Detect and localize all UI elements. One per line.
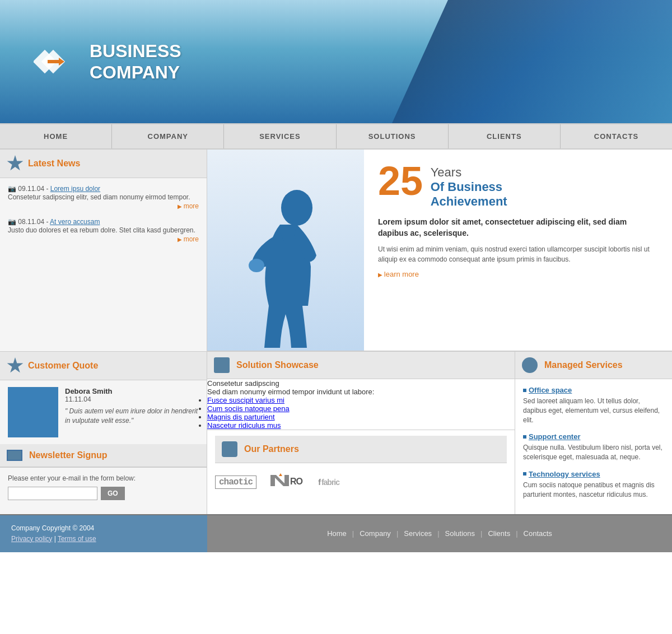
main-nav: HOME COMPANY SERVICES SOLUTIONS CLIENTS …: [0, 123, 672, 150]
footer-nav-contacts[interactable]: Contacts: [518, 529, 558, 538]
svg-text:RO: RO: [290, 477, 303, 486]
service-item-3: Technology services Cum sociis natoque p…: [523, 470, 664, 500]
terms-link[interactable]: Terms of use: [58, 535, 96, 543]
nav-solutions[interactable]: SOLUTIONS: [337, 124, 449, 148]
footer-left: Company Copyright © 2004 Privacy policy …: [0, 515, 207, 552]
nav-company[interactable]: COMPANY: [112, 124, 224, 148]
newsletter-section: Please enter your e-mail in the form bel…: [0, 467, 207, 507]
svg-point-3: [281, 190, 312, 226]
service-link-2[interactable]: Support center: [529, 432, 580, 441]
nitro-logo-icon: RO: [268, 472, 307, 489]
wrench-icon: [214, 357, 230, 373]
avatar: [8, 387, 58, 437]
news-link-2[interactable]: At vero accusam: [50, 218, 100, 226]
brand-line2: COMPANY: [90, 62, 181, 83]
quote-icon: [7, 357, 24, 374]
managed-services-header: Managed Services: [515, 352, 672, 379]
service-title-row-2: Support center: [523, 432, 664, 441]
hero-years-line1: Years: [431, 165, 507, 180]
quote-text: Debora Smith 11.11.04 " Duis autem vel e…: [65, 387, 199, 437]
partners-title-plain: Our: [244, 444, 263, 454]
quote-title-highlight: Quote: [72, 361, 98, 370]
news-more-1[interactable]: more: [8, 202, 199, 210]
service-item-1: Office space Sed laoreet aliquam leo. Ut…: [523, 386, 664, 425]
service-link-3[interactable]: Technology services: [529, 470, 600, 478]
footer-nav-company[interactable]: Company: [354, 529, 396, 538]
newsletter-title: Newsletter Signup: [29, 450, 108, 460]
news-item-1: 📷 09.11.04 - Lorem ipsu dolor Consetetur…: [8, 185, 199, 210]
showcase-section-header: Solution Showcase: [207, 352, 515, 379]
showcase-text: Consetetur sadipscing Sed diam nonumy ei…: [207, 379, 515, 430]
email-input[interactable]: [8, 487, 97, 500]
service-body-3: Cum sociis natoque penatibus et magnis d…: [523, 481, 664, 500]
partners-title: Our Partners: [244, 444, 299, 454]
showcase-link-4: Nascetur ridiculus mus: [207, 421, 515, 430]
news-title-highlight: News: [57, 158, 81, 168]
showcase-title: Solution Showcase: [236, 360, 319, 370]
learn-more-link[interactable]: learn more: [378, 270, 419, 278]
service-bullet-3: [523, 472, 526, 476]
newsletter-description: Please enter your e-mail in the form bel…: [8, 474, 199, 482]
showcase-link-1: Fusce suscipit varius mi: [207, 396, 515, 404]
partner-fabric: ffabric: [318, 476, 339, 488]
nav-clients[interactable]: CLIENTS: [449, 124, 561, 148]
news-more-2[interactable]: more: [8, 235, 199, 243]
people-icon: [222, 441, 237, 457]
quote-name: Debora Smith: [65, 387, 199, 395]
news-title-plain: Latest: [28, 158, 57, 168]
main-content: Latest News 📷 09.11.04 - Lorem ipsu dolo…: [0, 150, 672, 351]
header: BUSINESS COMPANY: [0, 0, 672, 123]
footer-nav-services[interactable]: Services: [398, 529, 437, 538]
person-silhouette: [224, 183, 347, 351]
showcase-title-highlight: Showcase: [274, 360, 318, 370]
brand-line1: BUSINESS: [90, 40, 181, 62]
envelope-icon: [7, 450, 22, 461]
bottom-row: Customer Quote Debora Smith 11.11.04 " D…: [0, 351, 672, 514]
logo-area: BUSINESS COMPANY: [34, 39, 181, 84]
quote-content: " Duis autem vel eum iriure dolor in hen…: [65, 407, 199, 426]
hero-years: Years Of Business Achievement: [431, 165, 507, 209]
sidebar: Latest News 📷 09.11.04 - Lorem ipsu dolo…: [0, 150, 207, 351]
newsletter-title-highlight: Signup: [77, 450, 107, 460]
service-link-1[interactable]: Office space: [529, 386, 572, 394]
nav-home[interactable]: HOME: [0, 124, 112, 148]
managed-services-title-plain: Managed: [544, 360, 586, 370]
partner-logos: chaotic RO ffabric: [215, 468, 507, 496]
news-section-header: Latest News: [0, 150, 207, 178]
service-title-row-1: Office space: [523, 386, 664, 394]
footer-nav-clients[interactable]: Clients: [482, 529, 516, 538]
footer-nav-solutions[interactable]: Solutions: [440, 529, 480, 538]
news-date-1: 📷 09.11.04 - Lorem ipsu dolor: [8, 185, 199, 193]
hero-section: 25 Years Of Business Achievement Lorem i…: [207, 150, 672, 351]
globe-icon: [522, 357, 538, 373]
nav-contacts[interactable]: CONTACTS: [561, 124, 672, 148]
hero-subtext: Lorem ipsum dolor sit amet, consectetuer…: [378, 217, 658, 239]
news-section: 📷 09.11.04 - Lorem ipsu dolor Consetetur…: [0, 178, 207, 258]
footer-right: Home | Company | Services | Solutions | …: [207, 515, 672, 552]
customer-quote-section: Customer Quote Debora Smith 11.11.04 " D…: [0, 352, 207, 514]
showcase-title-plain: Solution: [236, 360, 274, 370]
main-content-area: 25 Years Of Business Achievement Lorem i…: [207, 150, 672, 351]
footer-policy-links: Privacy policy | Terms of use: [11, 534, 196, 544]
showcase-links: Fusce suscipit varius mi Cum sociis nato…: [207, 396, 515, 430]
newsletter-go-button[interactable]: GO: [101, 487, 125, 500]
news-date-2: 📷 08.11.04 - At vero accusam: [8, 218, 199, 226]
showcase-link-2: Cum sociis natoque pena: [207, 404, 515, 413]
footer: Company Copyright © 2004 Privacy policy …: [0, 514, 672, 552]
footer-nav-home[interactable]: Home: [321, 529, 352, 538]
service-body-1: Sed laoreet aliquam leo. Ut tellus dolor…: [523, 397, 664, 425]
partners-title-highlight: Partners: [263, 444, 299, 454]
privacy-policy-link[interactable]: Privacy policy: [11, 535, 52, 543]
quote-title-plain: Customer: [28, 361, 72, 370]
news-link-1[interactable]: Lorem ipsu dolor: [50, 185, 100, 193]
news-body-2: Justo duo dolores et ea rebum dolre. Ste…: [8, 226, 199, 235]
partners-section: Our Partners chaotic RO ffabric: [207, 430, 515, 502]
services-body: Office space Sed laoreet aliquam leo. Ut…: [515, 379, 672, 514]
nav-services[interactable]: SERVICES: [224, 124, 336, 148]
middle-column: Solution Showcase Consetetur sadipscing …: [207, 352, 515, 514]
service-body-2: Quisque nulla. Vestibulum libero nisl, p…: [523, 443, 664, 462]
quote-title: Customer Quote: [28, 361, 98, 371]
newsletter-form: GO: [8, 487, 199, 500]
partner-chaotic: chaotic: [215, 476, 256, 489]
hero-headline: 25 Years Of Business Achievement: [378, 161, 658, 209]
